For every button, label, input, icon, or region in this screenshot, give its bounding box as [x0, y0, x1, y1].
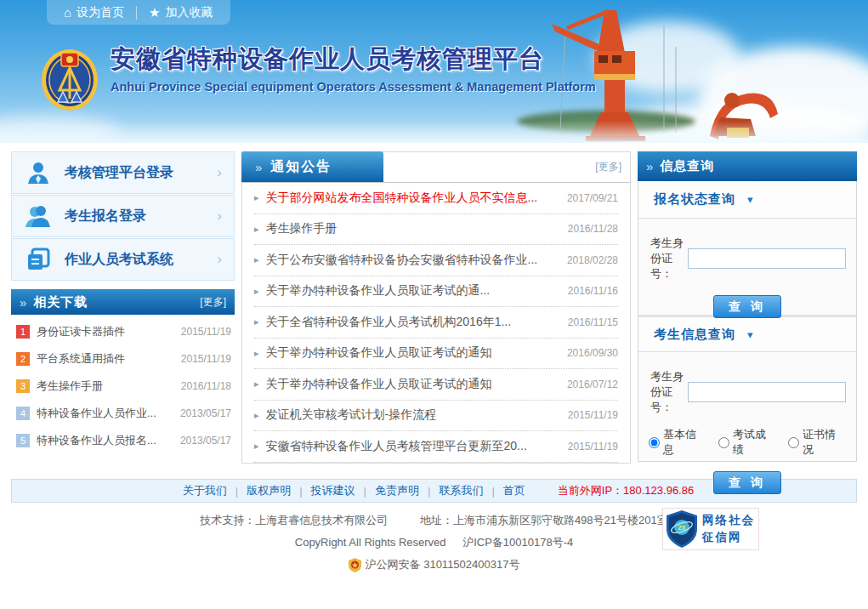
- download-name: 身份证读卡器插件: [37, 324, 181, 339]
- radio-input[interactable]: [718, 437, 729, 448]
- notice-date: 2015/11/19: [568, 441, 618, 452]
- footer-link-copyright[interactable]: 版权声明: [247, 483, 291, 498]
- double-chevron-icon: »: [20, 295, 26, 310]
- download-date: 2016/11/18: [181, 380, 233, 392]
- site-logo-emblem: [39, 43, 100, 112]
- section-signup-status-query[interactable]: 报名状态查询 ▾: [638, 181, 856, 219]
- rank-badge: 2: [16, 352, 30, 366]
- icp-link[interactable]: 沪ICP备10010178号-4: [462, 536, 573, 549]
- divider: |: [491, 485, 494, 498]
- footer-link-feedback[interactable]: 投诉建议: [311, 483, 355, 498]
- footer-link-contact[interactable]: 联系我们: [439, 483, 483, 498]
- chevron-down-icon: ▾: [747, 328, 753, 341]
- notice-title: 关于举办特种设备作业人员取证考试的通知: [266, 345, 559, 361]
- bullet-icon: ▸: [254, 410, 259, 421]
- id-number-label: 考生身份证号：: [650, 369, 688, 415]
- credit-badge[interactable]: ZX 网络社会 征信网: [662, 508, 759, 550]
- download-item[interactable]: 3 考生操作手册 2016/11/18: [11, 373, 235, 400]
- download-date: 2015/11/19: [181, 353, 233, 365]
- signup-status-id-input[interactable]: [688, 248, 846, 269]
- footer-link-disclaimer[interactable]: 免责声明: [375, 483, 419, 498]
- download-name: 特种设备作业人员作业...: [37, 406, 180, 421]
- download-item[interactable]: 5 特种设备作业人员报名... 2013/05/17: [11, 427, 235, 454]
- notices-title: 通知公告: [270, 158, 332, 176]
- set-homepage-button[interactable]: ⌂ 设为首页: [52, 0, 136, 25]
- copyright-label: CopyRight All Rights Reserved: [295, 536, 446, 549]
- notice-item[interactable]: ▸ 考生操作手册 2016/11/28: [254, 214, 618, 246]
- notice-date: 2016/11/28: [568, 223, 618, 235]
- bullet-icon: ▸: [254, 378, 259, 390]
- signup-status-form: 考生身份证号： 查 询: [638, 219, 856, 315]
- download-name: 平台系统通用插件: [37, 351, 181, 367]
- notice-title: 发证机关审核考试计划-操作流程: [266, 407, 559, 423]
- notice-item[interactable]: ▸ 关于部分网站发布全国特种设备作业人员不实信息... 2017/09/21: [254, 183, 618, 214]
- footer-link-about[interactable]: 关于我们: [183, 483, 227, 498]
- radio-input[interactable]: [788, 437, 799, 448]
- divider: |: [364, 485, 366, 498]
- rank-badge: 4: [16, 407, 30, 420]
- users-icon: [12, 204, 65, 228]
- chevron-down-icon: ▾: [747, 193, 753, 206]
- info-type-radio-group: 基本信息 考试成绩 证书情况: [649, 427, 846, 458]
- bullet-icon: ▸: [254, 286, 259, 297]
- add-favorite-button[interactable]: ★ 加入收藏: [137, 0, 224, 25]
- chevron-right-icon: ›: [217, 208, 234, 225]
- radio-basic-info[interactable]: 基本信息: [649, 427, 706, 458]
- radio-input[interactable]: [649, 437, 660, 448]
- candidate-info-query-button[interactable]: 查 询: [713, 471, 781, 494]
- query-title: 信息查询: [660, 158, 848, 174]
- credit-badge-line2: 征信网: [702, 531, 742, 544]
- home-icon: ⌂: [64, 5, 71, 20]
- download-name: 考生操作手册: [37, 378, 181, 394]
- footer-link-home[interactable]: 首页: [503, 483, 525, 498]
- download-date: 2015/11/19: [181, 326, 233, 338]
- radio-label: 基本信息: [663, 427, 706, 458]
- svg-text:ZX: ZX: [678, 525, 686, 531]
- exam-system-button[interactable]: 作业人员考试系统 ›: [11, 238, 235, 281]
- section-candidate-info-query[interactable]: 考生信息查询 ▾: [638, 315, 856, 352]
- notice-title: 考生操作手册: [266, 221, 559, 236]
- download-date: 2013/05/17: [180, 407, 233, 419]
- banner: ⌂ 设为首页 ★ 加入收藏 安徽省特种设备作业人员考核管理平台 Anhui Pr…: [0, 0, 868, 143]
- main-content: 考核管理平台登录 › 考生报名登录 › 作业人员考试系统 › » 相关下载 [更…: [11, 151, 857, 464]
- quick-links-bar: ⌂ 设为首页 ★ 加入收藏: [47, 0, 230, 25]
- notice-item[interactable]: ▸ 关于全省特种设备作业人员考试机构2016年1... 2016/11/15: [254, 307, 618, 339]
- star-icon: ★: [149, 5, 160, 20]
- notice-item[interactable]: ▸ 安徽省特种设备作业人员考核管理平台更新至20... 2015/11/19: [254, 431, 618, 463]
- bullet-icon: ▸: [254, 348, 259, 359]
- divider: |: [235, 485, 238, 498]
- site-branding: 安徽省特种设备作业人员考核管理平台 Anhui Province Special…: [39, 43, 596, 112]
- notices-header: » 通知公告 [更多]: [242, 152, 630, 183]
- notice-item[interactable]: ▸ 发证机关审核考试计划-操作流程 2015/11/19: [254, 401, 618, 432]
- radio-label: 考试成绩: [733, 427, 776, 458]
- section-title: 考生信息查询: [654, 327, 735, 343]
- radio-certificate-status[interactable]: 证书情况: [788, 427, 846, 458]
- banner-haze: [0, 121, 868, 143]
- download-item[interactable]: 1 身份证读卡器插件 2015/11/19: [11, 318, 235, 345]
- radio-exam-score[interactable]: 考试成绩: [718, 427, 776, 458]
- notice-title: 关于公布安徽省特种设备协会安徽省特种设备作业...: [266, 253, 559, 268]
- downloads-list: 1 身份证读卡器插件 2015/11/19 2 平台系统通用插件 2015/11…: [11, 315, 235, 454]
- download-item[interactable]: 2 平台系统通用插件 2015/11/19: [11, 345, 235, 373]
- notice-item[interactable]: ▸ 关于举办特种设备作业人员取证考试的通知 2016/07/12: [254, 369, 618, 401]
- candidate-signup-login-button[interactable]: 考生报名登录 ›: [11, 195, 235, 237]
- signup-status-query-button[interactable]: 查 询: [713, 295, 781, 318]
- set-homepage-label: 设为首页: [77, 5, 124, 20]
- notice-title: 关于部分网站发布全国特种设备作业人员不实信息...: [266, 191, 559, 206]
- downloads-title: 相关下载: [33, 294, 200, 310]
- footer: 技术支持：上海君睿信息技术有限公司 地址：上海市浦东新区郭守敬路498号21号楼…: [0, 503, 868, 579]
- tab-notices[interactable]: » 通知公告: [241, 151, 383, 182]
- notice-date: 2016/09/30: [567, 347, 618, 359]
- notice-item[interactable]: ▸ 关于举办特种设备作业人员取证考试的通... 2016/11/16: [254, 276, 618, 308]
- notice-title: 关于全省特种设备作业人员考试机构2016年1...: [266, 315, 559, 330]
- download-item[interactable]: 4 特种设备作业人员作业... 2013/05/17: [11, 400, 235, 427]
- candidate-signup-login-label: 考生报名登录: [65, 208, 217, 225]
- notice-title: 关于举办特种设备作业人员取证考试的通...: [266, 283, 559, 299]
- notice-item[interactable]: ▸ 关于公布安徽省特种设备协会安徽省特种设备作业... 2018/02/28: [254, 245, 618, 276]
- downloads-more-link[interactable]: [更多]: [200, 295, 226, 310]
- notice-item[interactable]: ▸ 关于举办特种设备作业人员取证考试的通知 2016/09/30: [254, 339, 618, 370]
- notices-more-link[interactable]: [更多]: [595, 160, 630, 174]
- police-record-link[interactable]: 沪公网安备 31011502400317号: [366, 557, 520, 572]
- candidate-info-id-input[interactable]: [688, 382, 846, 402]
- admin-login-button[interactable]: 考核管理平台登录 ›: [11, 151, 235, 194]
